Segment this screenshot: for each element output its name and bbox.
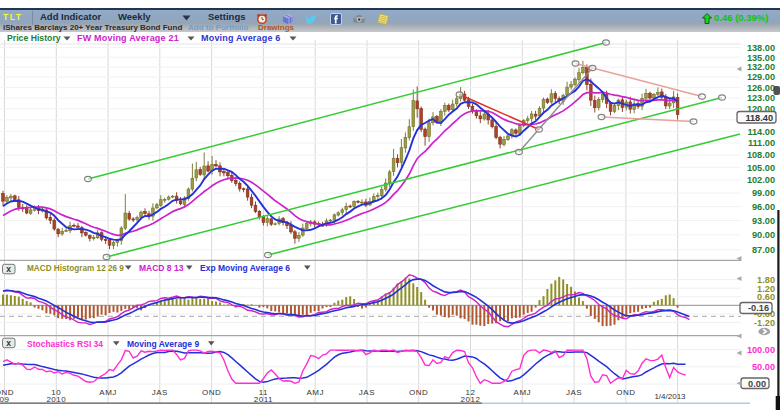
svg-text:129.00: 129.00	[747, 72, 775, 82]
svg-text:118.40: 118.40	[745, 113, 773, 123]
svg-text:AMJ: AMJ	[306, 388, 324, 397]
svg-text:102.00: 102.00	[747, 175, 775, 185]
svg-text:87.00: 87.00	[752, 245, 775, 255]
svg-text:2011: 2011	[254, 395, 273, 404]
svg-text:AMJ: AMJ	[99, 388, 117, 397]
svg-text:09: 09	[0, 395, 9, 404]
svg-text:AMJ: AMJ	[514, 388, 532, 397]
svg-text:MACD Histogram 12 26 9: MACD Histogram 12 26 9	[27, 264, 124, 273]
svg-text:132.00: 132.00	[747, 62, 775, 72]
svg-text:Exp Moving Average 6: Exp Moving Average 6	[200, 263, 290, 273]
svg-text:OND: OND	[616, 388, 635, 397]
svg-text:2010: 2010	[46, 395, 66, 404]
svg-text:MACD 8 13: MACD 8 13	[139, 263, 184, 273]
svg-text:135.00: 135.00	[747, 53, 775, 63]
svg-text:OND: OND	[409, 388, 428, 397]
svg-text:-0.16: -0.16	[748, 303, 769, 313]
svg-text:90.00: 90.00	[752, 230, 775, 240]
svg-text:Stochastics RSI 34: Stochastics RSI 34	[27, 339, 103, 349]
svg-text:99.00: 99.00	[752, 188, 775, 198]
svg-text:105.00: 105.00	[747, 163, 775, 173]
svg-text:138.00: 138.00	[747, 43, 775, 53]
svg-text:JAS: JAS	[152, 388, 168, 397]
svg-text:x: x	[6, 338, 11, 348]
svg-text:111.00: 111.00	[748, 138, 775, 148]
svg-text:JAS: JAS	[359, 388, 375, 397]
svg-text:126.00: 126.00	[747, 83, 775, 93]
svg-text:JAS: JAS	[566, 388, 582, 397]
svg-text:123.00: 123.00	[747, 93, 775, 103]
svg-text:x: x	[6, 264, 11, 274]
svg-text:-1.20: -1.20	[754, 318, 775, 328]
svg-text:1/4/2013: 1/4/2013	[654, 392, 686, 401]
svg-text:100.00: 100.00	[747, 345, 775, 355]
svg-text:50.00: 50.00	[752, 362, 775, 372]
svg-text:0.00: 0.00	[748, 379, 766, 389]
svg-text:0.60: 0.60	[757, 292, 775, 302]
svg-text:108.00: 108.00	[747, 150, 775, 160]
svg-text:Moving Average 9: Moving Average 9	[127, 339, 199, 349]
svg-text:114.00: 114.00	[747, 127, 775, 137]
svg-text:93.00: 93.00	[752, 216, 775, 226]
svg-text:OND: OND	[202, 388, 221, 397]
svg-text:96.00: 96.00	[752, 202, 775, 212]
svg-text:2012: 2012	[461, 395, 481, 404]
